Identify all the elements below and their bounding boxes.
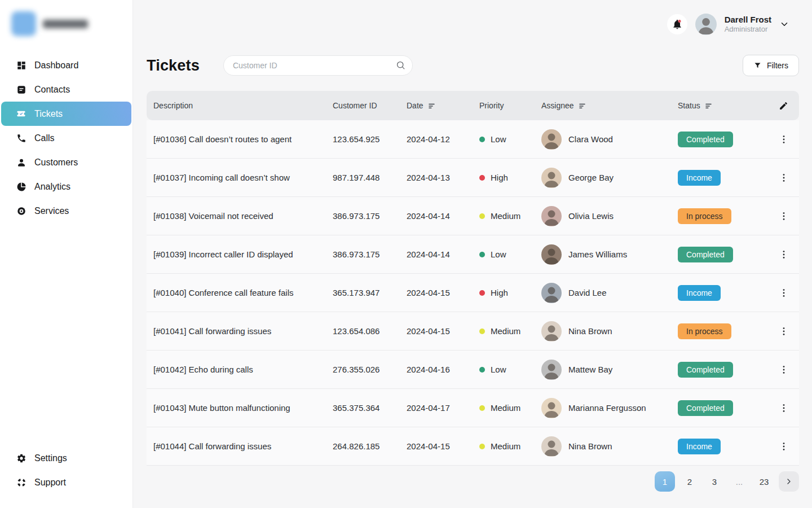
filters-button[interactable]: Filters (743, 55, 799, 76)
avatar (541, 168, 562, 188)
row-menu-button[interactable] (776, 247, 792, 262)
assignee-cell: Nina Brown (541, 436, 678, 457)
page-button-23[interactable]: 23 (754, 471, 774, 492)
title-row: Tickets Filters (147, 54, 799, 77)
user-avatar[interactable] (695, 14, 717, 35)
priority-label: Medium (491, 211, 520, 221)
user-meta: Darell Frost Administrator (725, 15, 771, 34)
sidebar-item-services[interactable]: Services (0, 199, 133, 223)
sidebar-item-contacts[interactable]: Contacts (0, 77, 133, 102)
row-menu-button[interactable] (776, 285, 792, 301)
sidebar-item-label: Customers (34, 157, 78, 168)
page-button-2[interactable]: 2 (679, 471, 700, 492)
column-assignee[interactable]: Assignee (541, 101, 678, 110)
next-page-button[interactable] (779, 471, 799, 492)
priority-dot (479, 329, 485, 334)
priority-cell: High (479, 288, 541, 297)
ticket-date: 2024-04-15 (407, 441, 479, 451)
status-badge: In process (678, 323, 731, 339)
status-cell: Income (678, 285, 768, 301)
sidebar-item-customers[interactable]: Customers (0, 150, 133, 174)
search-input[interactable] (223, 55, 413, 76)
priority-label: Low (491, 365, 506, 374)
avatar (541, 129, 562, 150)
priority-label: High (491, 288, 508, 297)
row-menu-button[interactable] (776, 439, 792, 454)
user-chip: Darell Frost Administrator (667, 14, 789, 35)
assignee-name: Nina Brown (568, 326, 612, 336)
row-menu-button[interactable] (776, 400, 792, 416)
sidebar-item-calls[interactable]: Calls (0, 126, 133, 150)
ticket-description: [#01040] Conference call feature fails (147, 288, 333, 297)
row-menu-button[interactable] (776, 323, 792, 339)
user-menu-button[interactable] (779, 19, 789, 29)
kebab-icon (778, 441, 789, 452)
sidebar-footer-nav: Settings Support (0, 446, 133, 494)
pagination: 1 2 3 ... 23 (147, 471, 799, 492)
avatar (541, 244, 562, 265)
avatar-silhouette (695, 14, 717, 35)
table-row: [#01037] Incoming call doesn’t show 987.… (147, 159, 799, 197)
row-menu-button[interactable] (776, 208, 792, 224)
ticket-date: 2024-04-15 (407, 326, 479, 336)
notifications-button[interactable] (667, 14, 687, 34)
logo-mark (11, 11, 36, 36)
status-badge: In process (678, 208, 731, 224)
priority-dot (479, 290, 485, 296)
sidebar-item-label: Support (34, 478, 66, 488)
customer-id: 386.973.175 (333, 249, 407, 259)
sidebar-item-settings[interactable]: Settings (0, 446, 133, 470)
assignee-cell: George Bay (541, 168, 678, 188)
chevron-down-icon (779, 19, 789, 29)
row-menu-button[interactable] (776, 362, 792, 378)
table-row: [#01036] Call doesn’t routes to agent 12… (147, 120, 799, 159)
row-menu-button[interactable] (776, 132, 792, 147)
kebab-icon (778, 402, 789, 414)
ticket-date: 2024-04-12 (407, 134, 479, 144)
assignee-name: Clara Wood (568, 134, 613, 144)
sidebar-item-label: Analytics (34, 182, 70, 192)
customer-id: 264.826.185 (333, 441, 407, 451)
kebab-icon (778, 287, 789, 299)
edit-columns-button[interactable] (768, 101, 799, 111)
services-icon (16, 205, 27, 216)
priority-dot (479, 405, 485, 411)
priority-cell: Medium (479, 403, 541, 413)
sidebar-item-label: Tickets (34, 109, 63, 119)
ticket-description: [#01041] Call forwarding issues (147, 326, 333, 336)
page-button-1[interactable]: 1 (655, 471, 675, 492)
sidebar-item-label: Dashboard (34, 60, 78, 71)
avatar (541, 206, 562, 226)
table-row: [#01044] Call forwarding issues 264.826.… (147, 427, 799, 466)
status-badge: Completed (678, 247, 733, 262)
kebab-icon (778, 211, 789, 222)
assignee-cell: Olivia Lewis (541, 206, 678, 226)
logo (0, 10, 133, 37)
main-content: Darell Frost Administrator Tickets Filte… (133, 0, 812, 508)
ticket-date: 2024-04-15 (407, 288, 479, 297)
ticket-date: 2024-04-14 (407, 211, 479, 221)
tickets-table: Description Customer ID Date Priority As… (147, 91, 799, 466)
ticket-date: 2024-04-13 (407, 173, 479, 182)
priority-dot (479, 444, 485, 449)
priority-dot (479, 367, 485, 373)
customer-id: 123.654.086 (333, 326, 407, 336)
ticket-description: [#01036] Call doesn’t routes to agent (147, 134, 333, 144)
sidebar-item-analytics[interactable]: Analytics (0, 174, 133, 199)
sidebar-nav: Dashboard Contacts Tickets Calls Custome… (0, 53, 133, 223)
sidebar-item-label: Contacts (34, 85, 70, 95)
sidebar-item-label: Calls (34, 133, 55, 143)
pagination-ellipsis: ... (729, 477, 749, 487)
table-row: [#01040] Conference call feature fails 3… (147, 274, 799, 312)
user-role: Administrator (725, 25, 771, 34)
sidebar-item-support[interactable]: Support (0, 470, 133, 494)
sidebar-item-dashboard[interactable]: Dashboard (0, 53, 133, 77)
row-menu-button[interactable] (776, 170, 792, 186)
page-button-3[interactable]: 3 (704, 471, 725, 492)
sidebar-item-tickets[interactable]: Tickets (1, 102, 131, 126)
avatar (541, 321, 562, 341)
column-date[interactable]: Date (407, 101, 479, 110)
column-status[interactable]: Status (678, 101, 768, 110)
kebab-icon (778, 364, 789, 375)
customer-id: 987.197.448 (333, 173, 407, 182)
